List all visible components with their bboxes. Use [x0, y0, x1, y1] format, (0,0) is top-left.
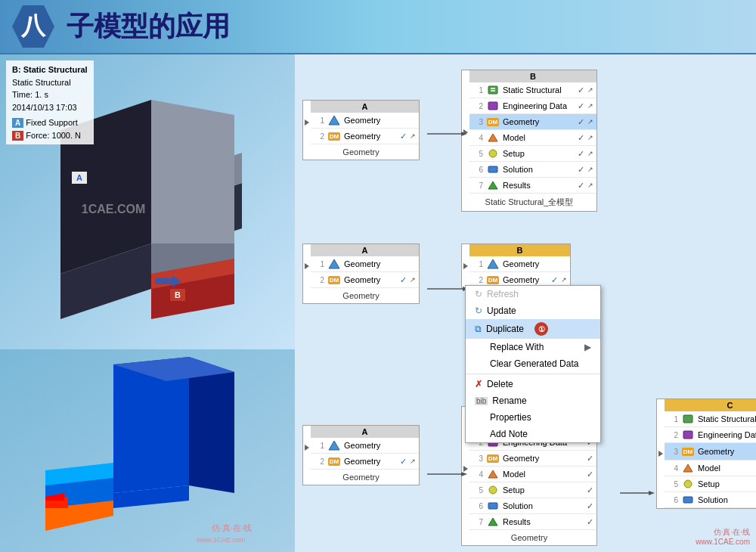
geom-icon-bot-a	[327, 439, 341, 451]
svg-marker-35	[649, 491, 655, 495]
svg-text:仿·真·在·线: 仿·真·在·线	[211, 523, 252, 532]
panel-a-top-header: A	[311, 101, 419, 113]
svg-marker-56	[683, 464, 692, 472]
panel-c-bot-row-6[interactable]: 6 Solution ⚡	[665, 492, 756, 508]
svg-marker-24	[189, 357, 234, 493]
delete-icon: ✗	[475, 379, 482, 389]
svg-rect-55	[683, 431, 692, 439]
menu-separator	[466, 374, 600, 374]
geom-icon-mid-b	[486, 258, 500, 270]
svg-rect-40	[488, 102, 497, 110]
panel-c-bot-row-3[interactable]: 3 DM Geometry ② ✓ ↗	[665, 443, 756, 461]
svg-marker-47	[329, 441, 339, 450]
svg-marker-36	[329, 116, 339, 125]
menu-item-delete[interactable]: ✗ Delete	[466, 376, 600, 392]
panel-b-top-row-3[interactable]: 3 DM Geometry ✓ ↗	[469, 114, 596, 130]
panel-a-bot-row-1[interactable]: 1 Geometry	[311, 438, 419, 454]
panel-b-top: B 1 Static Structural ✓ ↗ 2	[461, 70, 597, 212]
panel-b-top-label: Static Structural_全模型	[462, 194, 596, 211]
panel-a-top-row-2[interactable]: 2 DM Geometry ✓ ↗	[311, 129, 419, 144]
duplicate-icon: ⧉	[475, 324, 482, 334]
panel-a-bot-row-2[interactable]: 2 DM Geometry ✓ ↗	[311, 454, 419, 470]
menu-item-duplicate[interactable]: ⧉ Duplicate ①	[466, 319, 600, 339]
panel-b-mid: B 1 Geometry 2 DM Geometry ✓ ↗	[461, 243, 571, 289]
menu-item-update[interactable]: ↻ Update	[466, 302, 600, 319]
header-title: 子模型的应用	[67, 8, 230, 45]
svg-marker-45	[329, 259, 339, 268]
menu-item-addnote[interactable]: Add Note	[466, 426, 600, 442]
panel-c-bot-row-1[interactable]: 1 Static Structural ✓ ↗	[665, 411, 756, 427]
panel-b-mid-row-1[interactable]: 1 Geometry	[469, 256, 570, 272]
fea-time: Time: 1. s	[12, 88, 88, 101]
dm-icon-mid: DM	[327, 274, 341, 286]
setup-icon	[486, 147, 500, 160]
panel-b-bot-row-4[interactable]: 4 Model ✓	[469, 467, 596, 482]
panel-b-bot-row-5[interactable]: 5 Setup ✓	[469, 482, 596, 498]
menu-item-replace[interactable]: Replace With ▶	[466, 339, 600, 355]
refresh-icon: ↻	[475, 289, 482, 299]
panel-b-top-row-6[interactable]: 6 Solution ✓ ↗	[469, 162, 596, 178]
model-3d-top: B: Static Structural Static Structural T…	[0, 54, 295, 349]
menu-item-clear[interactable]: Clear Generated Data	[466, 355, 600, 372]
panel-b-bot-row-6[interactable]: 6 Solution ✓	[469, 498, 596, 514]
panel-a-bot-label: Geometry	[303, 470, 419, 485]
panel-c-bot-header: C	[665, 399, 756, 411]
dm-icon-2: DM	[486, 116, 500, 128]
svg-marker-44	[488, 181, 497, 189]
panel-b-top-row-5[interactable]: 5 Setup ✓ ↗	[469, 146, 596, 162]
model-icon	[486, 132, 500, 144]
main-area: B: Static Structural Static Structural T…	[0, 54, 756, 552]
svg-text:B: B	[175, 290, 181, 299]
menu-item-refresh[interactable]: ↻ Refresh	[466, 286, 600, 302]
svg-text:A: A	[76, 173, 82, 182]
svg-marker-41	[488, 134, 497, 141]
rename-icon: bib	[475, 397, 488, 405]
panel-b-mid-header: B	[469, 244, 570, 256]
fea-info-top: B: Static Structural Static Structural T…	[6, 60, 94, 144]
svg-marker-53	[488, 518, 497, 526]
panel-b-top-row-7[interactable]: 7 Results ✓ ↗	[469, 178, 596, 194]
panel-a-top-label: Geometry	[303, 144, 419, 160]
fea-date: 2014/10/13 17:03	[12, 101, 88, 114]
panel-c-bot-row-2[interactable]: 2 Engineering Data ✓	[665, 427, 756, 443]
panel-b-bot-row-7[interactable]: 7 Results ✓	[469, 514, 596, 530]
panel-b-top-row-1[interactable]: 1 Static Structural ✓ ↗	[469, 82, 596, 98]
panel-a-top-row-1[interactable]: 1 Geometry	[311, 113, 419, 129]
panel-a-mid-row-2[interactable]: 2 DM Geometry ✓ ↗	[311, 272, 419, 288]
header: 八 子模型的应用	[0, 0, 756, 54]
panel-b-top-row-2[interactable]: 2 Engineering Data ✓ ↗	[469, 98, 596, 114]
svg-rect-37	[488, 86, 497, 94]
stress-svg: 仿·真·在·线 www.1CAE.com	[0, 349, 295, 552]
panel-a-mid-header: A	[311, 244, 419, 256]
panel-c-bot-row-4[interactable]: 4 Model ✓	[665, 461, 756, 476]
fea-subtitle: Static Structural	[12, 76, 88, 89]
dm-icon-mid-b: DM	[486, 274, 500, 286]
dm-icon-1: DM	[327, 130, 341, 142]
solution-icon	[486, 163, 500, 175]
svg-point-57	[684, 480, 692, 488]
badge-a: A	[12, 118, 23, 128]
update-icon: ↻	[475, 305, 482, 316]
watermark: 仿·真·在·线 www.1CAE.com	[696, 527, 750, 546]
svg-point-51	[489, 486, 497, 494]
panel-a-mid-row-1[interactable]: 1 Geometry	[311, 256, 419, 272]
svg-point-42	[489, 150, 497, 157]
replace-arrow: ▶	[584, 342, 591, 352]
context-menu: ↻ Refresh ↻ Update ⧉ Duplicate ① Replace…	[465, 285, 601, 443]
fea-item-b: B Force: 1000. N	[12, 129, 88, 142]
menu-item-rename[interactable]: bib Rename	[466, 392, 600, 409]
panel-a-mid: A 1 Geometry 2 DM Geometry ✓ ↗	[302, 243, 420, 304]
panel-b-top-row-4[interactable]: 4 Model ✓ ↗	[469, 130, 596, 146]
stress-panel: B: Static Structural 全模型 Equivalent Stre…	[0, 349, 295, 552]
duplicate-badge: ①	[534, 322, 548, 336]
panel-c-bot-row-5[interactable]: 5 Setup ⚡	[665, 476, 756, 492]
panel-c-bot: C 1 Static Structural ✓ ↗ 2	[656, 398, 756, 509]
svg-text:www.1CAE.com: www.1CAE.com	[196, 536, 246, 544]
svg-rect-52	[488, 503, 497, 509]
dm-icon-bot-a: DM	[327, 455, 341, 467]
right-area: A 1 Geometry 2 DM Geometry ✓	[295, 54, 756, 552]
panel-b-bot-row-3[interactable]: 3 DM Geometry ✓	[469, 451, 596, 467]
panel-a-mid-label: Geometry	[303, 288, 419, 303]
panel-a-top: A 1 Geometry 2 DM Geometry ✓	[302, 100, 420, 160]
menu-item-properties[interactable]: Properties	[466, 409, 600, 426]
